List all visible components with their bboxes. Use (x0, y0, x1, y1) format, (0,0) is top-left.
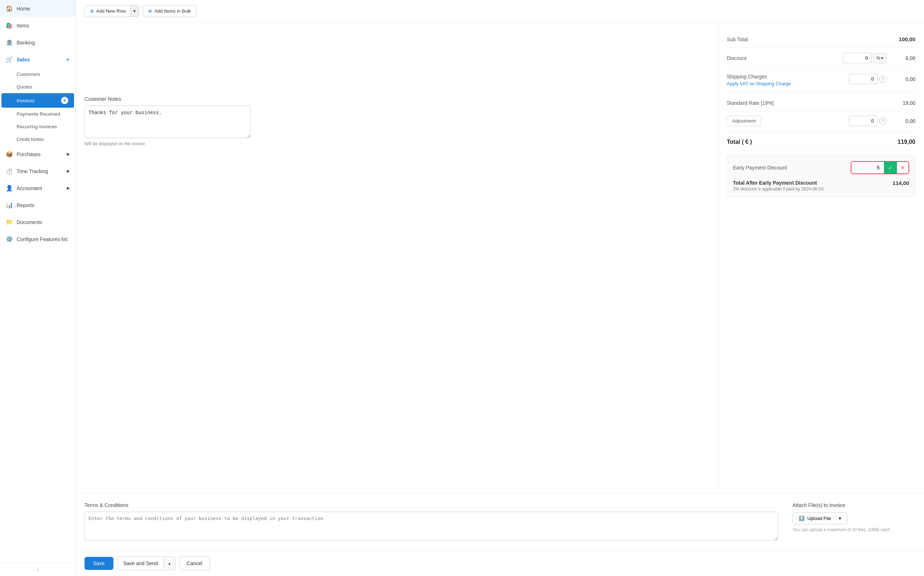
add-items-bulk-label: Add Items in Bulk (154, 8, 191, 14)
shipping-input[interactable] (849, 74, 878, 84)
upload-btn-group: ⬆️ Upload File ▾ (793, 512, 915, 524)
shipping-label: Shipping Charges (727, 74, 791, 80)
sidebar-item-banking[interactable]: 🏦 Banking (0, 34, 75, 51)
add-new-row-button[interactable]: ⊕ Add New Row ▾ (85, 5, 139, 17)
sidebar-label-banking: Banking (17, 40, 35, 46)
sidebar-label-time-tracking: Time Tracking (17, 168, 48, 174)
cancel-button[interactable]: Cancel (179, 557, 210, 570)
sidebar-item-reports[interactable]: 📊 Reports (0, 197, 75, 214)
sidebar-label-items: Items (17, 23, 29, 29)
total-after-discount-row: Total After Early Payment Discount 2% di… (733, 180, 909, 192)
left-panel: Customer Notes Thanks for your business.… (76, 22, 718, 493)
shipping-value: 0,00 (894, 76, 915, 82)
sidebar-label-accountant: Accountant (17, 186, 42, 191)
save-button[interactable]: Save (85, 557, 113, 570)
terms-textarea[interactable] (85, 512, 778, 541)
upload-icon: ⬆️ (799, 516, 804, 521)
accountant-arrow: ▶ (67, 186, 70, 190)
sidebar-label-payments-received: Payments Received (17, 111, 60, 117)
shipping-row: Shipping Charges Apply VAT on Shipping C… (727, 69, 915, 92)
attach-title: Attach File(s) to Invoice (793, 502, 915, 508)
discount-input-group: % ▾ 0,00 (843, 53, 915, 63)
total-value: 119,00 (898, 139, 915, 145)
total-label: Total ( € ) (727, 139, 752, 145)
upload-dropdown-arrow[interactable]: ▾ (836, 516, 841, 521)
sidebar-collapse[interactable]: ‹ (0, 563, 75, 576)
banking-icon: 🏦 (6, 39, 13, 46)
sidebar-item-items[interactable]: 🛍️ Items (0, 17, 75, 34)
upload-file-button[interactable]: ⬆️ Upload File ▾ (793, 512, 847, 524)
purchases-arrow: ▶ (67, 152, 70, 157)
sidebar-label-quotes: Quotes (17, 84, 32, 90)
sidebar-item-time-tracking[interactable]: ⏱️ Time Tracking ▶ (0, 163, 75, 179)
vat-label: Standard Rate [19%] (727, 100, 774, 106)
add-items-bulk-button[interactable]: ⊕ Add Items in Bulk (143, 5, 196, 17)
sidebar-label-invoices: Invoices (17, 98, 35, 103)
time-tracking-arrow: ▶ (67, 169, 70, 173)
subtotal-row: Sub Total 100,00 (727, 31, 915, 48)
add-new-row-label: Add New Row (96, 8, 126, 14)
add-row-dropdown-arrow[interactable]: ▾ (130, 5, 139, 17)
upload-label: Upload File (808, 516, 831, 521)
attach-hint: You can upload a maximum of 10 files, 10… (793, 527, 915, 532)
early-payment-row: Early Payment Discount ✓ ✕ (733, 161, 909, 174)
sidebar-label-sales: Sales (17, 57, 30, 62)
invoices-plus-badge: + (61, 97, 68, 104)
save-and-send-button[interactable]: Save and Send (117, 557, 164, 570)
notes-label: Customer Notes (85, 96, 709, 102)
shipping-vat-link[interactable]: Apply VAT on Shipping Charge (727, 81, 791, 86)
vat-value: 19,00 (903, 100, 915, 106)
sidebar-item-quotes[interactable]: Quotes (0, 81, 75, 93)
adjustment-value: 0,00 (894, 118, 915, 124)
save-and-send-group: Save and Send ▲ (117, 557, 176, 570)
toolbar: ⊕ Add New Row ▾ ⊕ Add Items in Bulk (76, 0, 924, 22)
attach-col: Attach File(s) to Invoice ⬆️ Upload File… (793, 502, 915, 542)
sidebar-item-purchases[interactable]: 📦 Purchases ▶ (0, 146, 75, 163)
adjustment-help-icon[interactable]: ? (879, 117, 886, 125)
notes-hint: Will be displayed on the invoice (85, 141, 709, 146)
discount-value: 0,00 (894, 55, 915, 61)
sidebar-item-sales[interactable]: 🛒 Sales ▼ (0, 51, 75, 68)
customer-notes-textarea[interactable]: Thanks for your business. (85, 106, 251, 138)
shipping-help-icon[interactable]: ? (879, 75, 886, 83)
home-icon: 🏠 (6, 5, 13, 12)
vat-row: Standard Rate [19%] 19,00 (727, 95, 915, 111)
sidebar-item-configure[interactable]: ⚙️ Configure Features list (0, 230, 75, 248)
sidebar-item-customers[interactable]: Customers (0, 68, 75, 81)
documents-icon: 📁 (6, 219, 13, 226)
terms-label: Terms & Conditions (85, 502, 778, 508)
adjustment-label[interactable]: Adjustment (727, 116, 761, 126)
total-after-label: Total After Early Payment Discount (733, 180, 825, 186)
sidebar-label-recurring-invoices: Recurring Invoices (17, 124, 57, 130)
sidebar-item-documents[interactable]: 📁 Documents (0, 214, 75, 230)
sidebar-item-accountant[interactable]: 👤 Accountant ▶ (0, 179, 75, 197)
configure-icon: ⚙️ (6, 235, 13, 242)
discount-input[interactable] (843, 53, 871, 63)
total-after-value: 114,00 (892, 180, 909, 186)
sidebar-item-invoices[interactable]: Invoices + (2, 93, 74, 108)
purchases-icon: 📦 (6, 151, 13, 158)
shipping-label-group: Shipping Charges Apply VAT on Shipping C… (727, 74, 791, 86)
content-area: Customer Notes Thanks for your business.… (76, 22, 924, 550)
save-and-send-arrow[interactable]: ▲ (164, 558, 175, 569)
sidebar-item-payments-received[interactable]: Payments Received (0, 108, 75, 120)
sidebar-item-credit-notes[interactable]: Credit Notes (0, 133, 75, 146)
sidebar-label-credit-notes: Credit Notes (17, 137, 44, 142)
sidebar-item-recurring-invoices[interactable]: Recurring Invoices (0, 120, 75, 133)
discount-unit-arrow: ▾ (881, 56, 883, 61)
items-icon: 🛍️ (6, 22, 13, 29)
early-payment-input-group: ✓ ✕ (851, 161, 909, 174)
total-after-sub: 2% discount is applicable if paid by 202… (733, 186, 825, 192)
early-payment-cancel-button[interactable]: ✕ (897, 162, 908, 173)
add-row-icon: ⊕ (90, 8, 94, 14)
discount-unit-dropdown[interactable]: % ▾ (873, 53, 886, 63)
early-payment-section: Early Payment Discount ✓ ✕ Total After E… (727, 155, 915, 198)
early-payment-confirm-button[interactable]: ✓ (884, 162, 897, 173)
sales-arrow: ▼ (66, 58, 70, 62)
early-payment-input[interactable] (851, 162, 884, 173)
accountant-icon: 👤 (6, 185, 13, 192)
subtotal-value: 100,00 (899, 36, 915, 42)
adjustment-input[interactable] (849, 116, 878, 126)
sidebar-item-home[interactable]: 🏠 Home (0, 0, 75, 17)
total-row: Total ( € ) 119,00 (727, 134, 915, 151)
